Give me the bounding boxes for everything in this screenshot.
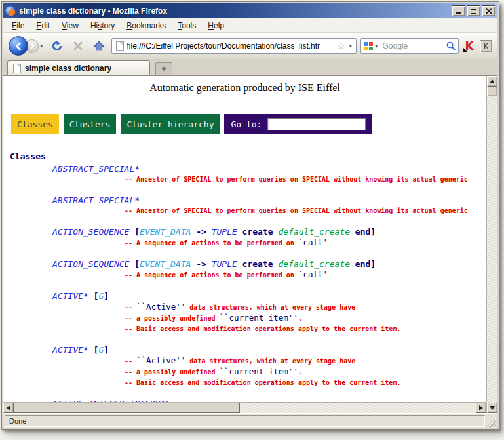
menu-bookmarks[interactable]: Bookmarks — [121, 19, 172, 32]
menu-tools[interactable]: Tools — [172, 19, 202, 32]
history-dropdown-icon[interactable]: ▾ — [39, 43, 45, 49]
code-segment: create — [237, 227, 279, 237]
page-nav-buttons: Classes Clusters Cluster hierarchy Go to… — [11, 114, 486, 134]
new-tab-button[interactable]: + — [155, 62, 172, 75]
class-entry: ACTIVE* [G]-- ``Active'' data structures… — [3, 290, 486, 334]
code-segment: -- a possibly undefined — [125, 315, 220, 322]
code-segment: default_create — [278, 259, 350, 269]
class-link[interactable]: ACTIVE_INTEGER_INTERVAL — [52, 399, 170, 402]
code-segment: ] — [370, 227, 376, 237]
status-text: Done — [5, 415, 485, 427]
vertical-scrollbar[interactable] — [486, 76, 497, 413]
search-engine-dropdown-icon[interactable]: ▾ — [374, 43, 379, 49]
class-comment-line: -- Ancestor of SPECIAL to perform querie… — [3, 174, 486, 185]
horizontal-scrollbar-thumb[interactable] — [14, 403, 240, 413]
back-button[interactable] — [9, 36, 28, 56]
code-segment: EVENT_DATA — [140, 227, 191, 237]
code-segment: . — [298, 315, 302, 322]
reload-button[interactable] — [48, 37, 66, 54]
code-segment: -- — [125, 357, 136, 365]
url-bar[interactable]: file:///C:/Eiffel Projects/tour/Document… — [111, 38, 357, 54]
menu-file[interactable]: File — [6, 19, 30, 32]
class-link[interactable]: * — [134, 164, 140, 174]
stop-button[interactable] — [69, 37, 87, 54]
vertical-scrollbar-thumb[interactable] — [487, 87, 497, 96]
menu-help[interactable]: Help — [202, 19, 230, 32]
url-text: file:///C:/Eiffel Projects/tour/Document… — [127, 41, 335, 50]
scroll-down-button[interactable] — [487, 403, 497, 413]
search-icon[interactable] — [446, 41, 456, 50]
class-entry-name: ACTION_SEQUENCE [EVENT_DATA -> TUPLE cre… — [3, 258, 486, 270]
home-button[interactable] — [90, 37, 107, 54]
page-icon — [116, 41, 124, 51]
class-link[interactable]: * — [134, 195, 140, 205]
google-logo-icon — [364, 41, 374, 51]
scroll-down-icon — [490, 406, 495, 410]
scroll-left-button[interactable] — [3, 403, 14, 413]
menu-history[interactable]: History — [85, 19, 121, 32]
code-segment: -- Basic access and modification operati… — [125, 325, 400, 332]
class-entry: ACTION_SEQUENCE [EVENT_DATA -> TUPLE cre… — [3, 226, 486, 249]
vertical-scrollbar-track[interactable] — [487, 96, 497, 403]
menu-view[interactable]: View — [56, 19, 85, 32]
horizontal-scrollbar[interactable] — [3, 402, 486, 413]
code-segment: end — [350, 259, 370, 269]
code-segment: -> — [191, 227, 211, 237]
minimize-button[interactable] — [452, 5, 465, 16]
cluster-hierarchy-button[interactable]: Cluster hierarchy — [121, 114, 220, 134]
class-link[interactable]: ACTIVE — [52, 291, 83, 301]
class-link[interactable]: ACTIVE — [52, 345, 83, 355]
firefox-icon — [5, 6, 16, 16]
kaspersky-icon[interactable]: K — [463, 39, 476, 52]
menu-edit[interactable]: Edit — [30, 19, 56, 32]
browser-client-area: Automatic generation produced by ISE Eif… — [3, 76, 497, 428]
tab-simple-class-dictionary[interactable]: simple class dictionary — [7, 60, 150, 75]
class-entry: ABSTRACT_SPECIAL*-- Ancestor of SPECIAL … — [3, 195, 486, 216]
code-segment: [ — [88, 345, 99, 355]
class-link[interactable]: ABSTRACT_SPECIAL — [52, 195, 134, 205]
browser-window: simple class dictionary - Mozilla Firefo… — [1, 1, 499, 430]
code-segment: ``current item'' — [220, 313, 298, 323]
horizontal-scrollbar-track[interactable] — [240, 403, 476, 413]
code-segment: EVENT_DATA — [140, 259, 191, 269]
maximize-icon — [471, 9, 476, 14]
bookmark-star-icon[interactable]: ☆ — [335, 41, 347, 51]
class-comment-line: -- a possibly undefined ``current item''… — [3, 367, 486, 378]
scroll-up-button[interactable] — [487, 76, 497, 87]
class-link[interactable]: ACTION_SEQUENCE — [52, 259, 129, 269]
code-segment: ``Active'' — [136, 302, 185, 311]
tab-page-icon — [13, 64, 21, 73]
search-bar[interactable]: ▾ Google — [360, 38, 459, 54]
class-link[interactable]: ABSTRACT_SPECIAL — [52, 164, 134, 174]
classes-button[interactable]: Classes — [11, 114, 59, 134]
class-link[interactable]: TUPLE — [212, 227, 237, 237]
code-segment: -- A sequence of actions to be performed… — [125, 239, 298, 247]
code-segment: [ — [129, 259, 140, 269]
class-entry: ACTION_SEQUENCE [EVENT_DATA -> TUPLE cre… — [3, 258, 486, 281]
code-segment: ] — [370, 259, 376, 269]
class-entry: ABSTRACT_SPECIAL*-- Ancestor of SPECIAL … — [3, 163, 486, 185]
scroll-up-icon — [490, 79, 495, 83]
window-title: simple class dictionary - Mozilla Firefo… — [19, 7, 452, 16]
goto-box: Go to: — [224, 114, 372, 134]
title-bar[interactable]: simple class dictionary - Mozilla Firefo… — [3, 3, 497, 18]
code-segment: data structures, which at every stage ha… — [185, 357, 355, 365]
class-link[interactable]: TUPLE — [212, 259, 237, 269]
scroll-right-button[interactable] — [476, 403, 486, 413]
class-entry-name: ABSTRACT_SPECIAL* — [3, 195, 486, 206]
close-button[interactable] — [482, 5, 495, 16]
forward-arrow-icon — [29, 43, 35, 49]
class-link[interactable]: ACTION_SEQUENCE — [52, 227, 129, 237]
code-segment: -- Ancestor of SPECIAL to perform querie… — [125, 176, 472, 183]
k-addon-button[interactable]: K — [480, 40, 492, 52]
class-link[interactable]: * — [83, 291, 88, 301]
clusters-button[interactable]: Clusters — [64, 114, 117, 134]
class-link[interactable]: * — [83, 345, 88, 355]
back-forward-group: ▾ — [9, 36, 45, 56]
goto-input[interactable] — [267, 118, 366, 130]
url-dropdown-icon[interactable]: ▾ — [347, 43, 353, 49]
maximize-button[interactable] — [467, 5, 480, 16]
code-segment: `call' — [298, 270, 328, 279]
resize-grip[interactable] — [486, 418, 496, 428]
minimize-icon — [456, 12, 461, 14]
